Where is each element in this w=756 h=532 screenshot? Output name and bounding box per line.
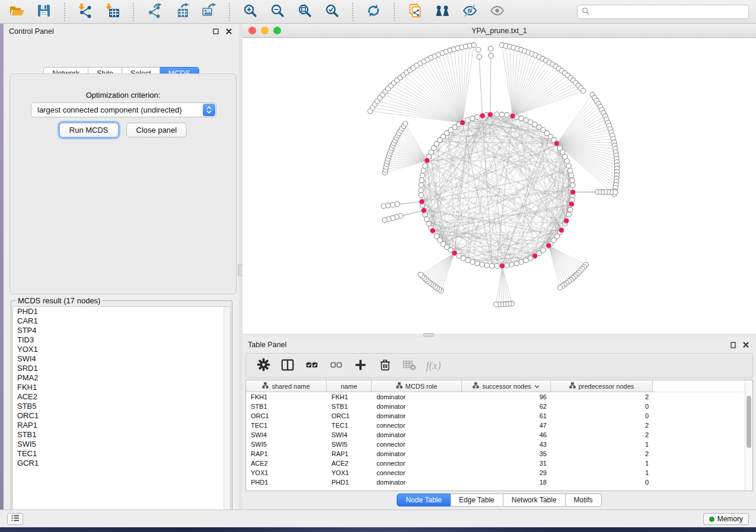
graph-leaf-node[interactable] — [382, 218, 387, 223]
graph-leaf-node[interactable] — [580, 88, 585, 93]
graph-node[interactable] — [509, 262, 514, 267]
mcds-result-item[interactable]: FKH1 — [13, 383, 230, 392]
mcds-result-item[interactable]: PMA2 — [13, 373, 230, 383]
table-scrollbar[interactable] — [745, 380, 752, 491]
graph-mcds-node[interactable] — [421, 208, 426, 213]
graph-node[interactable] — [420, 173, 425, 178]
columns-button[interactable] — [280, 358, 295, 373]
mcds-result-list[interactable]: PHD1CAR1STP4TID3YOX1SWI4SRD1PMA2FKH1ACE2… — [12, 306, 231, 520]
tab-network-table[interactable]: Network Table — [503, 493, 566, 507]
table-scrollbar-thumb[interactable] — [747, 396, 751, 448]
graph-node[interactable] — [519, 259, 524, 264]
graph-mcds-node[interactable] — [546, 243, 551, 248]
graph-leaf-node[interactable] — [489, 53, 493, 58]
graph-mcds-node[interactable] — [559, 227, 564, 233]
column-header-MCDS-role[interactable]: MCDS role — [372, 380, 462, 392]
export-table-button[interactable] — [172, 2, 191, 21]
graph-mcds-node[interactable] — [419, 199, 425, 204]
mcds-result-item[interactable]: CAR1 — [13, 316, 230, 326]
run-mcds-button[interactable]: Run MCDS — [59, 123, 119, 137]
graph-node[interactable] — [423, 164, 428, 168]
table-settings-button[interactable] — [256, 358, 271, 373]
mcds-result-item[interactable]: STB5 — [13, 402, 230, 411]
mcds-result-item[interactable]: SRD1 — [13, 364, 230, 373]
save-session-button[interactable] — [34, 2, 53, 21]
mcds-result-item[interactable]: ACE2 — [13, 392, 230, 402]
graph-node[interactable] — [470, 259, 475, 264]
optimization-criterion-select[interactable]: largest connected component (undirected) — [31, 102, 216, 117]
column-header-shared-name[interactable]: shared name — [246, 380, 327, 392]
graph-mcds-node[interactable] — [532, 253, 537, 258]
mcds-result-item[interactable]: RAP1 — [13, 421, 230, 430]
graph-node[interactable] — [570, 178, 575, 182]
graph-leaf-node[interactable] — [613, 190, 618, 194]
graph-node[interactable] — [514, 261, 519, 265]
close-panel-icon[interactable] — [224, 27, 234, 36]
close-table-panel-icon[interactable] — [741, 340, 751, 350]
graph-mcds-node[interactable] — [460, 120, 465, 125]
graph-leaf-node[interactable] — [385, 203, 390, 208]
memory-button[interactable]: Memory — [703, 513, 749, 525]
graph-node[interactable] — [489, 264, 494, 268]
table-row[interactable]: SWI5SWI5connector431 — [246, 440, 752, 449]
graph-node[interactable] — [564, 159, 569, 164]
graph-leaf-node[interactable] — [381, 204, 386, 209]
graph-mcds-node[interactable] — [569, 201, 574, 207]
graph-mcds-node[interactable] — [554, 141, 559, 146]
graph-leaf-node[interactable] — [477, 55, 481, 59]
mcds-result-item[interactable]: TID3 — [13, 335, 230, 345]
table-row[interactable]: PHD1PHD1dominator180 — [246, 477, 752, 487]
graph-mcds-node[interactable] — [510, 113, 515, 118]
import-table-button[interactable] — [103, 2, 122, 21]
table-row[interactable]: SWI4SWI4dominator462 — [246, 430, 752, 440]
graph-node[interactable] — [519, 116, 524, 121]
graph-node[interactable] — [419, 178, 424, 182]
column-header-name[interactable]: name — [327, 380, 372, 392]
graph-node[interactable] — [524, 258, 528, 262]
graph-node[interactable] — [434, 234, 439, 239]
deselect-all-button[interactable] — [328, 358, 344, 373]
graph-node[interactable] — [421, 168, 426, 173]
table-row[interactable]: ORC1ORC1dominator610 — [246, 411, 752, 421]
mcds-result-item[interactable]: STP4 — [13, 326, 230, 335]
mcds-result-item[interactable]: TEC1 — [13, 449, 230, 459]
graph-leaf-node[interactable] — [488, 46, 493, 51]
table-row[interactable]: STB1STB1dominator620 — [246, 402, 752, 411]
search-box[interactable] — [577, 5, 749, 19]
select-all-button[interactable] — [304, 358, 320, 373]
graph-node[interactable] — [567, 168, 572, 173]
graph-node[interactable] — [470, 116, 475, 121]
table-row[interactable]: YOX1YOX1connector291 — [246, 468, 752, 477]
graph-node[interactable] — [505, 113, 509, 117]
graph-mcds-node[interactable] — [480, 113, 485, 118]
tab-node-table[interactable]: Node Table — [397, 493, 451, 507]
search-input[interactable] — [592, 7, 744, 17]
graph-leaf-node[interactable] — [395, 202, 400, 207]
graph-mcds-node[interactable] — [570, 190, 575, 195]
graph-node[interactable] — [495, 112, 499, 117]
graph-node[interactable] — [465, 118, 470, 123]
float-table-panel-icon[interactable] — [728, 340, 738, 350]
mcds-result-item[interactable]: SWI5 — [13, 440, 230, 449]
graph-leaf-node[interactable] — [390, 203, 395, 207]
graph-leaf-node[interactable] — [418, 273, 423, 277]
graph-node[interactable] — [569, 173, 573, 178]
graph-mcds-node[interactable] — [430, 228, 435, 233]
export-network-button[interactable] — [145, 2, 164, 21]
graph-leaf-node[interactable] — [558, 285, 563, 290]
open-session-button[interactable] — [7, 2, 26, 21]
graph-node[interactable] — [475, 261, 480, 265]
graph-leaf-node[interactable] — [471, 43, 476, 47]
zoom-selected-button[interactable] — [323, 2, 342, 21]
zoom-in-button[interactable] — [241, 2, 260, 21]
graph-node[interactable] — [419, 182, 423, 187]
graph-mcds-node[interactable] — [425, 158, 430, 163]
mcds-result-item[interactable]: GCR1 — [13, 459, 230, 468]
task-history-button[interactable] — [7, 513, 23, 525]
graph-leaf-node[interactable] — [403, 121, 407, 126]
mcds-result-item[interactable]: YOX1 — [13, 345, 230, 354]
table-row[interactable]: RAP1RAP1dominator352 — [246, 449, 752, 459]
graph-node[interactable] — [419, 193, 423, 197]
zoom-fit-button[interactable] — [295, 2, 314, 21]
delete-column-button[interactable] — [377, 358, 393, 373]
